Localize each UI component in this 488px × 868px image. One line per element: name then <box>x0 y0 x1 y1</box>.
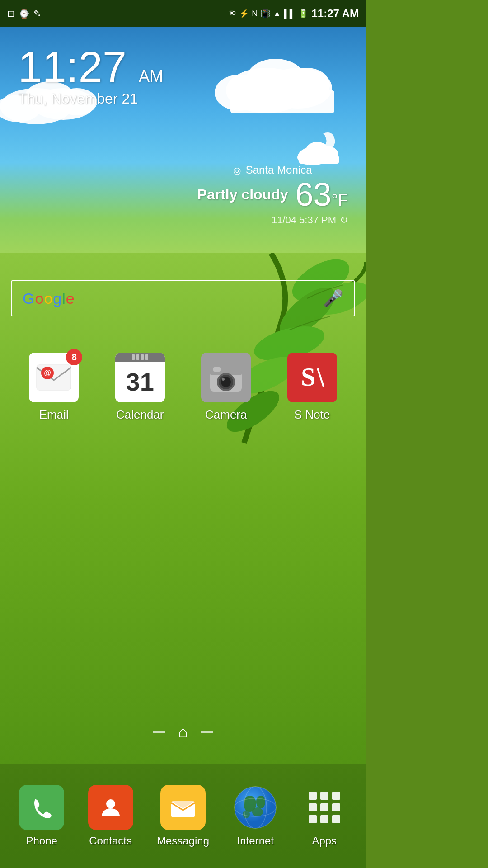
edit-icon: ✎ <box>33 8 41 19</box>
svg-rect-52 <box>320 815 328 823</box>
snote-icon-wrap: S <box>287 353 337 402</box>
calendar-icon-wrap: 31 <box>115 353 165 402</box>
apps-icon <box>302 785 347 830</box>
calendar-header <box>115 353 165 362</box>
svg-rect-45 <box>309 792 317 800</box>
messaging-label: Messaging <box>157 835 209 847</box>
dock-phone[interactable]: Phone <box>19 785 64 847</box>
snote-label: S Note <box>294 408 330 422</box>
status-right-icons: 👁 ⚡ N 📳 ▲ ▌▌ 🔋 11:27 AM <box>228 7 359 20</box>
eye-icon: 👁 <box>228 9 236 19</box>
watch-icon: ⌚ <box>19 8 30 19</box>
svg-rect-53 <box>332 815 340 823</box>
svg-rect-49 <box>320 803 328 811</box>
app-icons-row: @ 8 Email 31 <box>0 353 366 422</box>
email-label: Email <box>39 408 69 422</box>
contacts-label: Contacts <box>89 835 132 847</box>
camera-icon-wrap <box>201 353 251 402</box>
battery-icon: 🔋 <box>298 9 308 19</box>
dock-contacts[interactable]: Contacts <box>88 785 133 847</box>
svg-rect-10 <box>230 90 334 113</box>
camera-svg-icon <box>208 362 244 393</box>
clock-date: Thu, November 21 <box>18 90 163 107</box>
svg-line-33 <box>318 368 324 387</box>
cloud-right <box>208 50 343 118</box>
signal-icon: ▌▌ <box>284 9 296 19</box>
weather-temperature: 63°F <box>296 178 348 211</box>
google-search-bar[interactable]: Google 🎤 <box>11 280 355 316</box>
clock-section: 11:27 AM Thu, November 21 <box>18 45 163 107</box>
weather-condition: Partly cloudy <box>197 186 288 203</box>
email-icon-wrap: @ 8 <box>29 353 79 402</box>
dock: Phone Contacts <box>0 764 366 868</box>
apps-label: Apps <box>312 835 337 847</box>
location-label: ◎ Santa Monica <box>197 164 348 176</box>
dock-apps[interactable]: Apps <box>302 785 347 847</box>
svg-rect-47 <box>332 792 340 800</box>
svg-rect-22 <box>37 365 71 390</box>
weather-info: ◎ Santa Monica Partly cloudy 63°F 11/04 … <box>197 164 348 226</box>
svg-point-40 <box>252 807 263 816</box>
phone-icon <box>19 785 64 830</box>
calendar-icon: 31 <box>115 353 165 402</box>
page-dot-2 <box>201 731 213 733</box>
refresh-icon[interactable]: ↻ <box>340 214 348 226</box>
messaging-icon <box>160 785 206 830</box>
svg-point-30 <box>222 378 225 381</box>
svg-rect-51 <box>309 815 317 823</box>
status-bar: ⊟ ⌚ ✎ 👁 ⚡ N 📳 ▲ ▌▌ 🔋 11:27 AM <box>0 0 366 27</box>
google-logo: Google <box>23 290 75 307</box>
svg-point-41 <box>243 810 250 818</box>
email-envelope-icon: @ <box>36 364 72 391</box>
calendar-label: Calendar <box>116 408 164 422</box>
location-pin-icon: ◎ <box>233 165 241 175</box>
snote-svg-icon: S <box>294 359 330 396</box>
camera-icon <box>201 353 251 402</box>
weather-widget[interactable]: 11:27 AM Thu, November 21 ◎ Santa Monica… <box>0 27 366 253</box>
home-button-icon[interactable]: ⌂ <box>178 722 188 741</box>
microphone-icon[interactable]: 🎤 <box>323 289 343 308</box>
svg-rect-31 <box>213 367 221 372</box>
apps-svg <box>304 787 345 828</box>
dock-internet[interactable]: Internet <box>233 785 278 847</box>
camera-label: Camera <box>205 408 247 422</box>
svg-text:@: @ <box>44 369 51 377</box>
page-indicator: ⌂ <box>0 722 366 741</box>
homescreen: Google 🎤 @ 8 Email <box>0 253 366 868</box>
nfc-icon: N <box>252 9 258 19</box>
app-snote[interactable]: S S Note <box>287 353 337 422</box>
app-camera[interactable]: Camera <box>201 353 251 422</box>
svg-rect-15 <box>299 156 339 164</box>
smart-remote-icon: ⊟ <box>7 8 15 19</box>
status-time: 11:27 AM <box>312 7 359 20</box>
page-dot-1 <box>153 731 165 733</box>
weather-icon <box>289 127 348 167</box>
svg-point-39 <box>256 796 265 808</box>
svg-text:S: S <box>301 362 315 392</box>
svg-rect-48 <box>309 803 317 811</box>
internet-svg <box>233 785 278 830</box>
app-calendar[interactable]: 31 Calendar <box>115 353 165 422</box>
wifi-icon: ▲ <box>273 9 281 19</box>
weather-desc-temp: Partly cloudy 63°F <box>197 178 348 211</box>
bluetooth-icon: ⚡ <box>239 9 249 19</box>
messaging-svg <box>169 796 197 819</box>
contacts-icon <box>88 785 133 830</box>
dock-messaging[interactable]: Messaging <box>157 785 209 847</box>
svg-rect-46 <box>320 792 328 800</box>
status-left-icons: ⊟ ⌚ ✎ <box>7 8 41 19</box>
contacts-svg <box>99 796 122 819</box>
email-badge: 8 <box>66 349 82 365</box>
calendar-body: 31 <box>115 362 165 402</box>
app-email[interactable]: @ 8 Email <box>29 353 79 422</box>
phone-label: Phone <box>26 835 57 847</box>
clock-time: 11:27 AM <box>18 45 163 89</box>
weather-updated[interactable]: 11/04 5:37 PM ↻ <box>197 214 348 226</box>
weather-condition-icon-area <box>289 127 348 169</box>
internet-label: Internet <box>237 835 274 847</box>
svg-point-34 <box>106 799 115 808</box>
calendar-date: 31 <box>126 369 154 395</box>
vibrate-icon: 📳 <box>260 9 270 19</box>
svg-rect-50 <box>332 803 340 811</box>
internet-icon <box>233 785 278 830</box>
